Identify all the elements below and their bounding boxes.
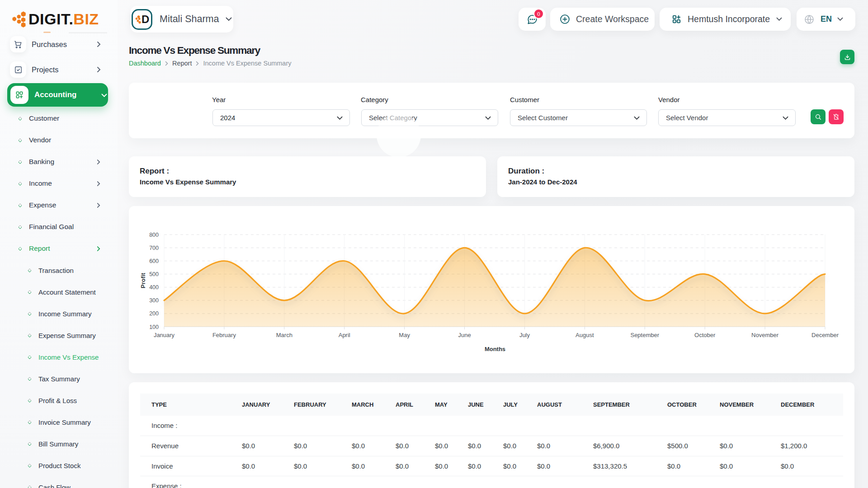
svg-text:August: August [576,332,594,338]
svg-text:January: January [154,332,175,338]
svg-text:October: October [694,332,716,338]
svg-text:Months: Months [485,346,505,352]
svg-text:June: June [458,332,471,338]
svg-text:May: May [399,332,410,338]
svg-text:November: November [751,332,779,338]
svg-text:D: D [142,14,149,25]
svg-text:Profit: Profit [140,272,146,288]
svg-text:600: 600 [149,258,159,264]
svg-text:December: December [811,332,839,338]
svg-text:February: February [212,332,236,338]
svg-text:200: 200 [149,310,159,317]
svg-text:700: 700 [149,245,159,251]
svg-text:September: September [630,332,659,338]
svg-text:800: 800 [149,232,159,238]
svg-text:April: April [339,332,350,338]
svg-text:500: 500 [149,271,159,277]
svg-text:July: July [519,332,530,338]
svg-text:March: March [276,332,292,338]
svg-text:300: 300 [149,297,159,304]
svg-text:400: 400 [149,284,159,291]
svg-text:100: 100 [149,324,159,330]
